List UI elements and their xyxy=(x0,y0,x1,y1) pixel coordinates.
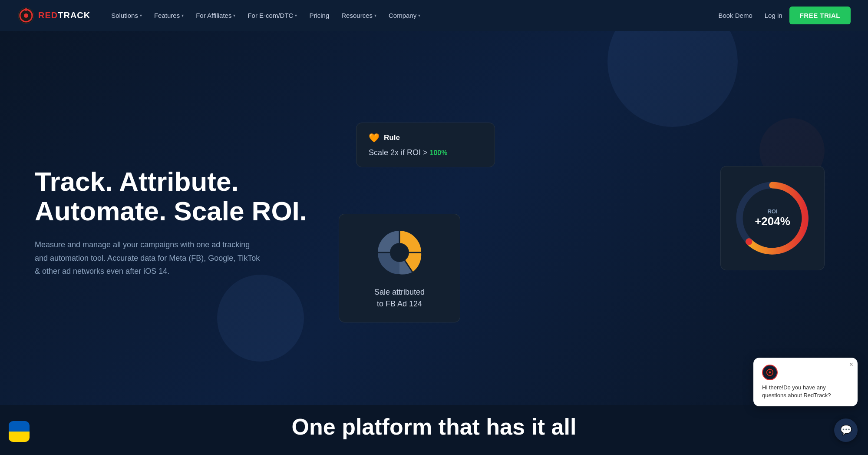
rule-card-threshold: 100% xyxy=(430,149,448,156)
hero-visuals: 🧡 Rule Scale 2x if ROI > 100% xyxy=(321,114,833,331)
svg-point-11 xyxy=(746,239,752,245)
chevron-down-icon: ▾ xyxy=(418,13,420,18)
roi-gauge: ROI +204% xyxy=(731,177,814,259)
book-demo-button[interactable]: Book Demo xyxy=(713,8,757,23)
nav-item-resources[interactable]: Resources ▾ xyxy=(336,8,382,23)
rule-icon: 🧡 xyxy=(369,133,380,143)
chat-avatar xyxy=(762,365,778,380)
ukraine-flag xyxy=(9,421,30,442)
logo-icon xyxy=(17,7,35,24)
chat-close-button[interactable]: × xyxy=(849,361,853,368)
svg-point-2 xyxy=(24,13,28,18)
roi-label: ROI xyxy=(755,208,790,215)
nav-item-company[interactable]: Company ▾ xyxy=(383,8,426,23)
nav-item-affiliates[interactable]: For Affiliates ▾ xyxy=(191,8,241,23)
hero-content: Track. Attribute. Automate. Scale ROI. M… xyxy=(35,167,321,278)
logo-white-text: TRACK xyxy=(58,10,90,20)
rule-card-text: Scale 2x if ROI > xyxy=(369,148,430,157)
chat-open-button[interactable]: 💬 xyxy=(834,418,858,442)
chat-icon: 💬 xyxy=(840,425,852,436)
nav-actions: Book Demo Log in FREE TRIAL xyxy=(713,7,851,24)
chat-bubble: × Hi there!Do you have any questions abo… xyxy=(753,358,858,406)
nav-item-ecom[interactable]: For E-com/DTC ▾ xyxy=(242,8,302,23)
hero-heading: Track. Attribute. Automate. Scale ROI. xyxy=(35,167,321,226)
rule-card-header: 🧡 Rule xyxy=(369,133,482,143)
attribution-card-text: Sale attributed to FB Ad 124 xyxy=(350,286,449,310)
chevron-down-icon: ▾ xyxy=(374,13,376,18)
chevron-down-icon: ▾ xyxy=(295,13,297,18)
nav-item-features[interactable]: Features ▾ xyxy=(149,8,189,23)
hero-section: Track. Attribute. Automate. Scale ROI. M… xyxy=(0,31,868,405)
hero-subtext: Measure and manage all your campaigns wi… xyxy=(35,238,261,278)
chat-widget: × Hi there!Do you have any questions abo… xyxy=(753,358,858,412)
rule-card-title: Rule xyxy=(384,133,400,142)
nav-item-pricing[interactable]: Pricing xyxy=(304,8,334,23)
pie-chart xyxy=(373,226,426,279)
nav-links: Solutions ▾ Features ▾ For Affiliates ▾ … xyxy=(106,8,713,23)
login-button[interactable]: Log in xyxy=(765,12,782,19)
free-trial-button[interactable]: FREE TRIAL xyxy=(789,7,851,24)
chat-message: Hi there!Do you have any questions about… xyxy=(762,384,849,399)
main-nav: REDTRACK Solutions ▾ Features ▾ For Affi… xyxy=(0,0,868,31)
chat-logo-icon xyxy=(765,367,775,378)
rule-card: 🧡 Rule Scale 2x if ROI > 100% xyxy=(356,123,495,167)
pie-chart-container xyxy=(350,226,449,279)
svg-point-15 xyxy=(769,369,771,370)
chevron-down-icon: ▾ xyxy=(140,13,142,18)
chevron-down-icon: ▾ xyxy=(233,13,235,18)
bottom-heading: One platform that has it all xyxy=(17,414,851,440)
logo[interactable]: REDTRACK xyxy=(17,7,90,24)
ukraine-flag-yellow xyxy=(9,432,30,442)
logo-red-text: RED xyxy=(38,10,58,20)
bottom-section: One platform that has it all xyxy=(0,405,868,455)
roi-value: +204% xyxy=(755,215,790,228)
ukraine-flag-blue xyxy=(9,421,30,432)
svg-point-14 xyxy=(769,371,771,373)
svg-point-3 xyxy=(25,8,27,11)
attribution-card: Sale attributed to FB Ad 124 xyxy=(339,214,460,322)
roi-center-text: ROI +204% xyxy=(755,208,790,228)
nav-item-solutions[interactable]: Solutions ▾ xyxy=(106,8,147,23)
chevron-down-icon: ▾ xyxy=(182,13,184,18)
rule-card-description: Scale 2x if ROI > 100% xyxy=(369,148,482,157)
roi-card: ROI +204% xyxy=(720,166,825,270)
